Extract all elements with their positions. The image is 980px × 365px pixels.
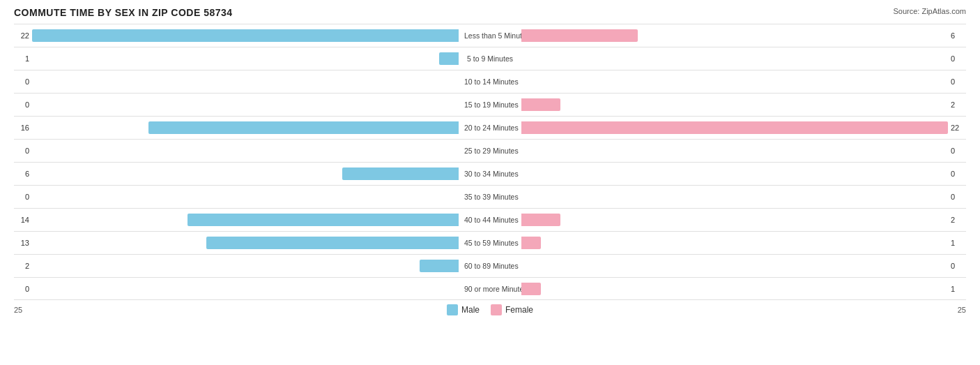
chart-header: COMMUTE TIME BY SEX IN ZIP CODE 58734 So… [14,7,966,18]
female-value: 22 [951,124,966,132]
left-side: 22 [14,24,461,47]
female-bar-container [521,52,948,65]
category-label: 30 to 34 Minutes [461,170,519,178]
right-side: 6 [519,24,966,47]
category-label: 15 to 19 Minutes [461,100,519,109]
table-row: 2 60 to 89 Minutes 0 [14,254,966,277]
female-value: 1 [951,239,966,247]
table-row: 0 15 to 19 Minutes 2 [14,93,966,116]
male-value: 0 [14,193,29,201]
male-bar-container [32,121,459,134]
male-bar [32,29,459,42]
male-bar-container [32,260,459,272]
male-value: 0 [14,100,29,109]
category-label: 10 to 14 Minutes [461,77,519,86]
left-side: 16 [14,117,461,139]
right-side: 22 [519,117,966,139]
left-side: 2 [14,255,461,277]
male-value: 6 [14,170,29,178]
male-bar-container [32,52,459,65]
female-legend-label: Female [505,305,533,315]
female-value: 2 [951,216,966,224]
category-label: 45 to 59 Minutes [461,239,519,247]
male-bar [439,52,459,65]
left-side: 0 [14,94,461,116]
female-value: 0 [951,54,966,63]
female-value: 0 [951,262,966,270]
category-label: 20 to 24 Minutes [461,124,519,132]
female-value: 0 [951,170,966,178]
category-label: 90 or more Minutes [461,285,519,293]
male-bar-container [32,191,459,203]
female-bar [521,29,638,42]
left-side: 13 [14,232,461,254]
chart-area: 22 Less than 5 Minutes 6 1 5 to 9 Minute… [14,24,966,300]
category-label: 5 to 9 Minutes [461,54,519,63]
female-bar-container [521,260,948,272]
left-side: 0 [14,186,461,208]
left-side: 0 [14,278,461,299]
male-bar-container [32,214,459,226]
right-side: 0 [519,163,966,185]
male-value: 22 [14,31,29,40]
male-value: 2 [14,262,29,270]
male-bar-container [32,75,459,88]
male-bar [187,214,459,226]
female-bar [521,98,560,111]
left-side: 1 [14,47,461,70]
female-bar-container [521,283,948,295]
category-label: 35 to 39 Minutes [461,193,519,201]
male-value: 0 [14,147,29,155]
male-bar-container [32,167,459,180]
female-bar-container [521,75,948,88]
female-bar-container [521,121,948,134]
male-bar-container [32,29,459,42]
right-side: 0 [519,47,966,70]
category-label: 25 to 29 Minutes [461,147,519,155]
axis-right-label: 25 [945,306,966,314]
table-row: 0 10 to 14 Minutes 0 [14,70,966,93]
male-bar [206,237,459,249]
axis-left-label: 25 [14,306,35,314]
table-row: 1 5 to 9 Minutes 0 [14,47,966,70]
table-row: 6 30 to 34 Minutes 0 [14,162,966,185]
left-side: 6 [14,163,461,185]
left-side: 0 [14,70,461,93]
female-bar [521,283,541,295]
footer-row: 25 Male Female 25 [14,304,966,315]
left-side: 14 [14,209,461,231]
female-value: 6 [951,31,966,40]
chart-title: COMMUTE TIME BY SEX IN ZIP CODE 58734 [14,7,233,18]
table-row: 16 20 to 24 Minutes 22 [14,116,966,139]
female-bar-container [521,167,948,180]
right-side: 0 [519,140,966,162]
male-bar-container [32,144,459,157]
male-value: 0 [14,77,29,86]
female-bar [521,237,541,249]
table-row: 14 40 to 44 Minutes 2 [14,208,966,231]
female-legend-box [491,304,502,315]
female-bar [521,214,560,226]
right-side: 0 [519,70,966,93]
female-value: 0 [951,193,966,201]
male-bar-container [32,98,459,111]
category-label: 60 to 89 Minutes [461,262,519,270]
male-bar-container [32,237,459,249]
male-legend-label: Male [461,305,480,315]
category-label: 40 to 44 Minutes [461,216,519,224]
female-value: 2 [951,100,966,109]
female-bar-container [521,214,948,226]
table-row: 22 Less than 5 Minutes 6 [14,24,966,47]
female-bar-container [521,98,948,111]
male-value: 13 [14,239,29,247]
right-side: 0 [519,186,966,208]
table-row: 0 90 or more Minutes 1 [14,277,966,300]
male-bar-container [32,283,459,295]
source-text: Source: ZipAtlas.com [893,7,966,15]
male-value: 16 [14,124,29,132]
right-side: 1 [519,278,966,299]
legend: Male Female [35,304,945,315]
male-bar [342,167,459,180]
female-value: 0 [951,77,966,86]
female-bar-container [521,144,948,157]
